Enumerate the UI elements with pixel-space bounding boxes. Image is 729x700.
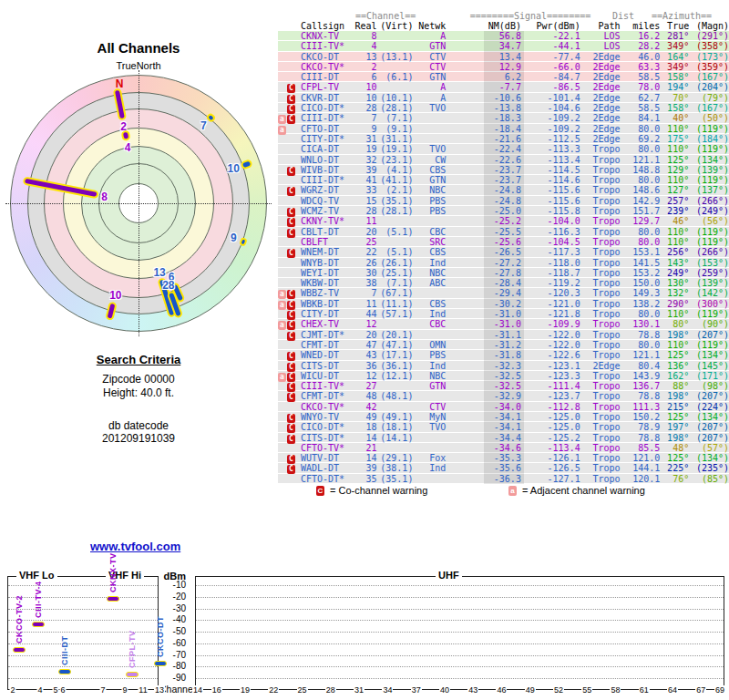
uhf-gridline [196,597,724,598]
callsign-cell: CIII-DT* [299,113,354,123]
path-cell: 2Edge [580,72,621,82]
path-cell: Tropo [580,237,621,247]
true-azimuth-cell: 46° [660,216,689,226]
magnetic-azimuth-cell: (119°) [689,144,729,154]
vhf-channel-tick: 11 [138,685,148,695]
magnetic-azimuth-cell: (98°) [689,381,729,391]
path-cell: Tropo [580,412,621,422]
table-row: CCICO-DT*18(18.1)TVO-34.1-125.0Tropo78.9… [278,422,729,432]
magnetic-azimuth-cell: (173°) [689,52,729,62]
distance-cell: 78.9 [621,422,661,432]
nm-cell: -22.4 [446,144,524,154]
virtual-channel-cell: (17.1) [377,350,414,360]
nm-cell: -7.7 [446,82,524,92]
real-channel-cell: 13 [354,52,377,62]
callsign-cell: CHEX-TV [299,319,354,329]
vhf-gridline [8,678,158,679]
table-row: WNLO-DT32(23.1)CW-22.6-113.4Tropo121.112… [278,155,729,165]
virtual-channel-cell: (14.1) [377,433,414,443]
path-cell: Tropo [580,288,621,298]
table-row: CCJMT-DT*20(20.1)-31.1-122.0Tropo78.8198… [278,330,729,340]
network-cell: TVO [413,144,446,154]
path-cell: 2Edge [580,134,621,144]
table-row: CWIVB-DT39(4.1)CBS-23.7-114.5Tropo148.81… [278,165,729,175]
true-azimuth-cell: 136° [660,361,689,371]
signal-marker [13,647,26,653]
power-cell: -127.1 [524,474,580,484]
uhf-channel-tick: 28 [325,685,336,695]
power-cell: -77.4 [524,52,580,62]
col-pwr: Pwr(dBm) [524,21,580,31]
true-azimuth-cell: 110° [660,124,689,134]
virtual-channel-cell [377,381,414,391]
vhf-gridline [8,585,158,586]
real-channel-cell: 32 [354,155,377,165]
tvfool-link[interactable]: www.tvfool.com [90,540,180,553]
real-channel-cell: 4 [354,41,377,51]
virtual-channel-cell: (67.1) [377,288,414,298]
real-channel-cell: 2 [354,62,377,72]
distance-cell: 62.7 [621,93,661,103]
uhf-gridline [196,666,724,667]
callsign-cell: CFMT-DT [299,340,354,350]
real-channel-cell: 7 [354,113,377,123]
nm-cell: -21.6 [446,134,524,144]
virtual-channel-cell: (10.1) [377,93,414,103]
distance-cell: 129.7 [621,216,661,226]
network-cell: PBS [413,350,446,360]
distance-cell: 80.0 [621,340,661,350]
nm-cell: 13.4 [446,52,524,62]
nm-cell: -25.0 [446,206,524,216]
power-cell: -115.6 [524,185,580,195]
magnetic-azimuth-cell: (137°) [689,185,729,195]
power-cell: -114.6 [524,175,580,185]
uhf-gridline [196,609,724,610]
nm-cell: -34.4 [446,433,524,443]
network-cell: GTN [413,381,446,391]
magnetic-azimuth-cell: (139°) [689,165,729,175]
table-row: CCITS-DT*14(14.1)-34.4-125.2Tropo78.8198… [278,433,729,443]
path-cell: Tropo [580,227,621,237]
network-cell: CBS [413,247,446,257]
legend-co-channel: C = Co-channel warning [316,485,427,496]
virtual-channel-cell [377,216,414,226]
magnetic-azimuth-cell: (358°) [689,41,729,51]
nm-cell: -31.8 [446,350,524,360]
path-cell: Tropo [580,258,621,268]
uhf-channel-tick: 49 [525,685,536,695]
power-cell: -44.1 [524,41,580,51]
power-cell: -123.7 [524,391,580,401]
power-cell: -104.5 [524,237,580,247]
signal-marker-label: CFPL-TV [128,630,137,668]
table-row: CKCO-TV*2CTV12.9-66.02Edge63.3349°(359°) [278,62,729,72]
radar-marker-label: 10 [109,289,121,302]
virtual-channel-cell: (5.1) [377,227,414,237]
path-cell: 2Edge [580,82,621,92]
path-cell: Tropo [580,330,621,340]
uhf-gridline [196,632,724,633]
nm-cell: -24.8 [446,196,524,206]
callsign-cell: WICU-DT [299,371,354,381]
nm-cell: -27.8 [446,268,524,278]
uhf-gridline [196,585,724,586]
virtual-channel-cell: (28.1) [377,206,414,216]
power-cell: -66.0 [524,62,580,72]
callsign-cell: CKCO-DT [299,52,354,62]
true-azimuth-cell: 48° [660,443,689,453]
true-azimuth-cell: 125° [660,350,689,360]
uhf-channel-tick: 46 [496,685,507,695]
true-azimuth-cell: 125° [660,155,689,165]
callsign-cell: CFMT-DT* [299,391,354,401]
virtual-channel-cell: (7.1) [377,113,414,123]
path-cell: Tropo [580,319,621,329]
virtual-channel-cell: (19.1) [377,144,414,154]
virtual-channel-cell: (29.1) [377,453,414,463]
nm-cell: -31.2 [446,340,524,350]
nm-cell: -24.8 [446,185,524,195]
network-cell: GTN [413,175,446,185]
virtual-channel-cell [377,443,414,453]
true-azimuth-cell: 70° [660,93,689,103]
path-cell: 2Edge [580,52,621,62]
network-cell: CBS [413,299,446,309]
virtual-channel-cell [377,237,414,247]
